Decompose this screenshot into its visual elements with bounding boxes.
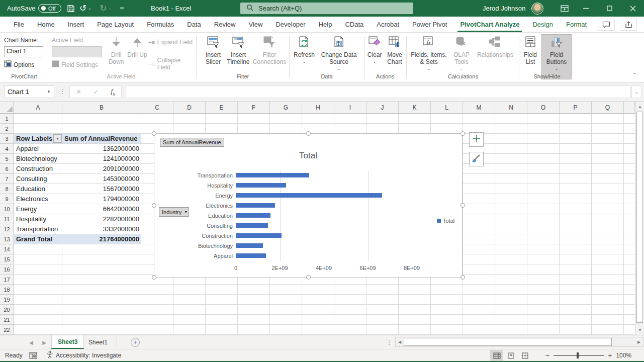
- column-header-M[interactable]: M: [463, 102, 495, 114]
- tab-file[interactable]: File: [7, 17, 31, 32]
- tab-review[interactable]: Review: [208, 17, 242, 32]
- customize-qat-icon[interactable]: ≂: [120, 0, 124, 17]
- tab-home[interactable]: Home: [31, 17, 61, 32]
- row-header-8[interactable]: 8: [0, 184, 14, 194]
- sheet-tab-sheet3[interactable]: Sheet3: [51, 335, 84, 349]
- comments-icon[interactable]: [598, 19, 615, 31]
- column-header-J[interactable]: J: [366, 102, 399, 114]
- column-header-L[interactable]: L: [431, 102, 463, 114]
- search-input[interactable]: Search (Alt+Q): [240, 3, 413, 14]
- pivot-row-label[interactable]: Consulting: [14, 174, 62, 184]
- select-all-corner[interactable]: [0, 102, 14, 114]
- zoom-slider-knob[interactable]: [577, 352, 579, 358]
- chart-bar-construction[interactable]: [236, 233, 282, 238]
- sheet-nav-left-icon[interactable]: ◀: [26, 335, 36, 349]
- ribbon-display-options-icon[interactable]: [553, 0, 576, 17]
- zoom-in-button[interactable]: +: [608, 351, 612, 359]
- user-name[interactable]: Jerod Johnson: [483, 0, 525, 17]
- fields-items-sets-button[interactable]: fx Fields, Items, & Sets⌄: [409, 35, 448, 72]
- pivot-row-value[interactable]: 1453000000: [62, 174, 141, 184]
- insert-function-icon[interactable]: fx: [111, 87, 115, 97]
- chart-styles-button[interactable]: [469, 152, 484, 166]
- save-icon[interactable]: [64, 0, 77, 17]
- macro-record-icon[interactable]: [29, 349, 37, 361]
- pivot-row-label[interactable]: Hospitality: [14, 214, 62, 224]
- row-header-6[interactable]: 6: [0, 164, 14, 174]
- pivot-grand-total-label[interactable]: Grand Total: [14, 234, 62, 244]
- horizontal-scrollbar[interactable]: ◀ ▶: [395, 337, 643, 347]
- vertical-scrollbar[interactable]: ▲ ▼: [635, 102, 644, 335]
- autosave-toggle[interactable]: Off: [38, 0, 61, 17]
- chart-handle-n[interactable]: [306, 131, 311, 136]
- row-header-1[interactable]: 1: [0, 114, 14, 124]
- column-header-G[interactable]: G: [270, 102, 302, 114]
- options-button[interactable]: Options: [4, 60, 34, 69]
- row-header-20[interactable]: 20: [0, 305, 14, 315]
- accessibility-status[interactable]: Accessibility: Investigate: [46, 349, 121, 361]
- zoom-out-button[interactable]: −: [545, 351, 549, 359]
- column-header-O[interactable]: O: [527, 102, 560, 114]
- column-header-F[interactable]: F: [238, 102, 270, 114]
- tab-pivotchart-analyze[interactable]: PivotChart Analyze: [453, 17, 526, 32]
- row-header-5[interactable]: 5: [0, 154, 14, 164]
- formula-input[interactable]: [126, 85, 630, 98]
- vertical-scroll-thumb[interactable]: [636, 112, 643, 323]
- tab-formulas[interactable]: Formulas: [140, 17, 180, 32]
- row-header-18[interactable]: 18: [0, 285, 14, 295]
- undo-button[interactable]: ↺⌄: [79, 0, 91, 17]
- row-header-2[interactable]: 2: [0, 124, 14, 134]
- column-header-I[interactable]: I: [334, 102, 366, 114]
- normal-view-button[interactable]: [490, 350, 503, 361]
- pivot-row-label[interactable]: Education: [14, 184, 62, 194]
- row-header-3[interactable]: 3: [0, 134, 14, 144]
- scroll-down-icon[interactable]: ▼: [635, 326, 644, 334]
- chart-value-field-button[interactable]: Sum of AnnualRevenue: [160, 138, 224, 147]
- chart-bar-biotechnology[interactable]: [236, 243, 263, 248]
- column-header-E[interactable]: E: [206, 102, 238, 114]
- field-list-button[interactable]: Field List: [521, 35, 540, 65]
- column-header-K[interactable]: K: [399, 102, 431, 114]
- horizontal-scroll-thumb[interactable]: [404, 338, 612, 346]
- column-header-Q[interactable]: Q: [592, 102, 624, 114]
- close-button[interactable]: [621, 0, 644, 17]
- tab-format[interactable]: Format: [560, 17, 593, 32]
- tab-page-layout[interactable]: Page Layout: [90, 17, 140, 32]
- pivot-row-value[interactable]: 1241000000: [62, 154, 141, 164]
- page-break-view-button[interactable]: [518, 350, 531, 361]
- tab-developer[interactable]: Developer: [269, 17, 312, 32]
- chart-bar-electronics[interactable]: [236, 203, 275, 208]
- tab-cdata[interactable]: CData: [338, 17, 370, 32]
- column-header-D[interactable]: D: [173, 102, 206, 114]
- pivot-header-values[interactable]: Sum of AnnualRevenue: [62, 134, 141, 144]
- sheet-nav-right-icon[interactable]: ▶: [39, 335, 49, 349]
- chart-name-input[interactable]: Chart 1: [4, 46, 43, 57]
- row-labels-filter-icon[interactable]: ▼: [53, 134, 62, 143]
- pivot-row-label[interactable]: Apparel: [14, 144, 62, 154]
- pivot-row-value[interactable]: 1794000000: [62, 194, 141, 204]
- row-header-4[interactable]: 4: [0, 144, 14, 154]
- chart-bar-energy[interactable]: [236, 193, 382, 198]
- change-data-source-button[interactable]: Change Data Source⌄: [317, 35, 360, 72]
- pivot-row-label[interactable]: Biotechnology: [14, 154, 62, 164]
- new-sheet-button[interactable]: +: [131, 338, 140, 347]
- chart-bar-hospitality[interactable]: [236, 183, 286, 188]
- tab-view[interactable]: View: [242, 17, 269, 32]
- collapse-ribbon-icon[interactable]: ⌃: [632, 72, 636, 77]
- row-header-13[interactable]: 13: [0, 234, 14, 244]
- redo-button[interactable]: ↻⌄: [100, 0, 112, 17]
- zoom-level[interactable]: 100%: [616, 352, 631, 359]
- pivot-row-value[interactable]: 6642000000: [62, 204, 141, 214]
- chart-legend[interactable]: Total: [437, 218, 454, 224]
- chart-elements-button[interactable]: [469, 132, 484, 147]
- tab-acrobat[interactable]: Acrobat: [370, 17, 406, 32]
- row-header-11[interactable]: 11: [0, 214, 14, 224]
- pivot-row-value[interactable]: 3332000000: [62, 224, 141, 234]
- clear-button[interactable]: Clear⌄: [365, 35, 384, 65]
- expand-formula-bar-icon[interactable]: ⌄: [631, 85, 641, 98]
- column-header-A[interactable]: A: [14, 102, 62, 114]
- chart-handle-se[interactable]: [461, 275, 465, 280]
- pivot-row-value[interactable]: 2091000000: [62, 164, 141, 174]
- sheet-tab-sheet1[interactable]: Sheet1: [82, 335, 114, 349]
- pivot-row-label[interactable]: Electronics: [14, 194, 62, 204]
- row-header-17[interactable]: 17: [0, 275, 14, 285]
